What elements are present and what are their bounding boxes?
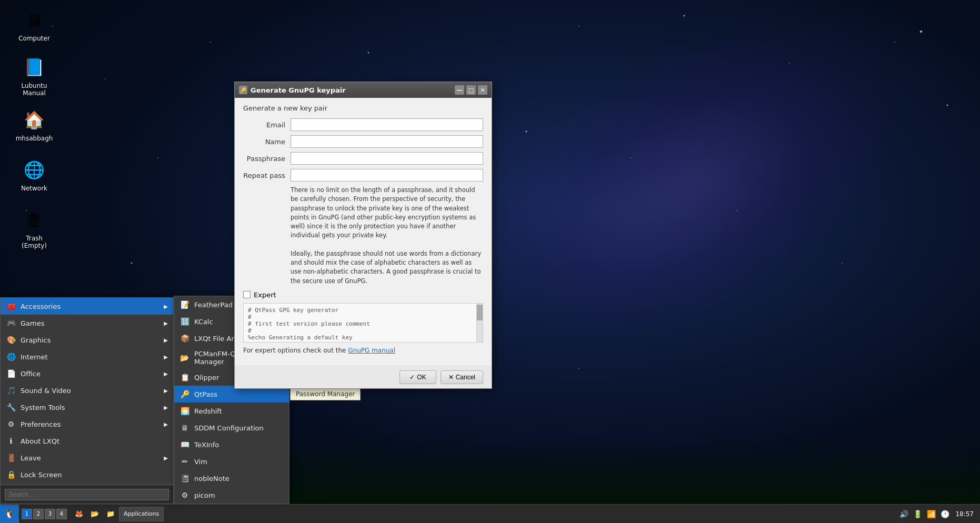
email-input[interactable] xyxy=(291,118,483,131)
code-line-5: %echo Generating a default key xyxy=(248,334,478,341)
dialog-titlebar: 🔑 Generate GnuPG keypair — □ ✕ xyxy=(235,82,492,98)
featherpad-label: FeatherPad xyxy=(194,301,233,309)
pager-btn-4[interactable]: 4 xyxy=(56,509,67,519)
office-arrow: ▶ xyxy=(164,371,168,377)
desktop-icon-manual[interactable]: 📘 Lubuntu Manual xyxy=(11,53,58,99)
leave-icon: 🚪 xyxy=(6,452,16,463)
desktop-icon-network[interactable]: 🌐 Network xyxy=(11,155,58,194)
expert-checkbox[interactable] xyxy=(243,291,251,298)
cancel-button[interactable]: ✕ Cancel xyxy=(441,370,483,384)
home-icon: 🏠 xyxy=(22,107,47,133)
menu-item-games[interactable]: 🎮 Games ▶ xyxy=(1,315,173,331)
menu-item-lock-screen[interactable]: 🔒 Lock Screen xyxy=(1,466,173,483)
featherpad-icon: 📝 xyxy=(179,299,190,310)
taskbar-files-icon[interactable]: 📂 xyxy=(87,507,102,521)
about-label: About LXQt xyxy=(21,437,59,445)
volume-icon[interactable]: 🔊 xyxy=(898,509,909,519)
pager-btn-2[interactable]: 2 xyxy=(33,509,44,519)
submenu-vim[interactable]: ✏ Vim xyxy=(174,453,289,470)
menu-item-office[interactable]: 📄 Office ▶ xyxy=(1,365,173,382)
taskbar-pager: 1 2 3 4 xyxy=(19,505,69,523)
office-icon: 📄 xyxy=(6,368,16,379)
gnupg-dialog: 🔑 Generate GnuPG keypair — □ ✕ Generate … xyxy=(234,82,492,389)
menu-item-about[interactable]: ℹ About LXQt xyxy=(1,433,173,449)
pcmanfm-icon: 📂 xyxy=(179,353,190,363)
sddm-label: SDDM Configuration xyxy=(194,424,264,432)
lock-screen-icon: 🔒 xyxy=(6,469,16,480)
dialog-title: Generate GnuPG keypair xyxy=(251,86,452,94)
desktop-icon-computer[interactable]: 🖥 Computer xyxy=(11,5,58,44)
start-menu: 🧰 Accessories ▶ 🎮 Games ▶ 🎨 Graphics ▶ 🌐… xyxy=(0,297,174,504)
internet-label: Internet xyxy=(21,353,48,361)
cancel-x: ✕ xyxy=(448,374,454,381)
code-line-4: # xyxy=(248,327,478,334)
expert-label: Expert xyxy=(254,291,276,299)
submenu-texinfo[interactable]: 📖 TeXInfo xyxy=(174,436,289,453)
menu-item-sound-video[interactable]: 🎵 Sound & Video ▶ xyxy=(1,382,173,399)
computer-label: Computer xyxy=(18,35,50,42)
repeat-pass-input[interactable] xyxy=(291,169,483,182)
menu-item-preferences[interactable]: ⚙ Preferences ▶ xyxy=(1,416,173,433)
menu-item-leave[interactable]: 🚪 Leave ▶ xyxy=(1,449,173,466)
applications-button[interactable]: Applications xyxy=(119,507,164,521)
email-label: Email xyxy=(243,121,291,129)
gnupg-manual-link[interactable]: GnuPG manual xyxy=(348,347,395,354)
dialog-maximize-button[interactable]: □ xyxy=(466,85,476,95)
search-input[interactable] xyxy=(5,489,169,500)
system-tools-label: System Tools xyxy=(21,404,65,411)
expert-link-text: For expert options check out the xyxy=(243,347,348,354)
repeat-pass-row: Repeat pass xyxy=(243,169,483,182)
code-scrollbar[interactable] xyxy=(476,304,483,342)
games-icon: 🎮 xyxy=(6,318,16,328)
dialog-minimize-button[interactable]: — xyxy=(455,85,464,95)
leave-label: Leave xyxy=(21,454,41,462)
graphics-icon: 🎨 xyxy=(6,335,16,345)
manual-icon: 📘 xyxy=(22,55,47,80)
dialog-title-icon: 🔑 xyxy=(239,86,247,94)
pager-btn-3[interactable]: 3 xyxy=(45,509,55,519)
repeat-pass-label: Repeat pass xyxy=(243,172,291,179)
menu-item-internet[interactable]: 🌐 Internet ▶ xyxy=(1,348,173,365)
texinfo-label: TeXInfo xyxy=(194,441,219,449)
taskbar-launcher[interactable]: 🐧 xyxy=(0,505,19,524)
taskbar-firefox-icon[interactable]: 🦊 xyxy=(72,507,86,521)
submenu-picom[interactable]: ⚙ picom xyxy=(174,487,289,504)
picom-label: picom xyxy=(194,491,215,499)
files-icon: 📂 xyxy=(91,510,99,518)
ok-checkmark: ✓ xyxy=(409,374,415,381)
menu-item-system-tools[interactable]: 🔧 System Tools ▶ xyxy=(1,399,173,416)
name-row: Name xyxy=(243,135,483,148)
menu-item-graphics[interactable]: 🎨 Graphics ▶ xyxy=(1,331,173,348)
preferences-icon: ⚙ xyxy=(6,419,16,429)
desktop-icon-home[interactable]: 🏠 mhsabbagh xyxy=(11,105,58,144)
firefox-icon: 🦊 xyxy=(75,510,83,518)
taskbar: 🐧 1 2 3 4 🦊 📂 📁 Applications xyxy=(0,504,980,523)
menu-item-accessories[interactable]: 🧰 Accessories ▶ xyxy=(1,298,173,315)
code-line-3: # first test version please comment xyxy=(248,320,478,327)
sddm-icon: 🖥 xyxy=(179,423,190,433)
noblenote-icon: 📓 xyxy=(179,473,190,484)
graphics-arrow: ▶ xyxy=(164,337,168,343)
sound-video-icon: 🎵 xyxy=(6,385,16,396)
expert-row: Expert xyxy=(243,291,483,299)
desktop-icon-trash[interactable]: 🗑 Trash (Empty) xyxy=(11,205,58,252)
submenu-redshift[interactable]: 🌅 Redshift xyxy=(174,403,289,419)
passphrase-input[interactable] xyxy=(291,152,483,165)
battery-icon[interactable]: 🔋 xyxy=(912,509,923,519)
pager-btn-1[interactable]: 1 xyxy=(22,509,32,519)
sound-video-arrow: ▶ xyxy=(164,388,168,394)
dialog-controls: — □ ✕ xyxy=(455,85,487,95)
name-input[interactable] xyxy=(291,135,483,148)
password-manager-tooltip: Password Manager xyxy=(290,388,361,400)
dialog-close-button[interactable]: ✕ xyxy=(478,85,487,95)
clock-icon: 🕐 xyxy=(939,509,950,519)
email-row: Email xyxy=(243,118,483,131)
submenu-sddm[interactable]: 🖥 SDDM Configuration xyxy=(174,419,289,436)
ok-button[interactable]: ✓ OK xyxy=(399,370,436,384)
menu-separator xyxy=(1,484,173,485)
submenu-noblenote[interactable]: 📓 nobleNote xyxy=(174,470,289,487)
network-tray-icon[interactable]: 📶 xyxy=(926,509,936,519)
taskbar-right: 🔊 🔋 📶 🕐 18:57 xyxy=(894,505,980,523)
taskbar-files2-icon[interactable]: 📁 xyxy=(103,507,118,521)
system-tools-icon: 🔧 xyxy=(6,402,16,413)
